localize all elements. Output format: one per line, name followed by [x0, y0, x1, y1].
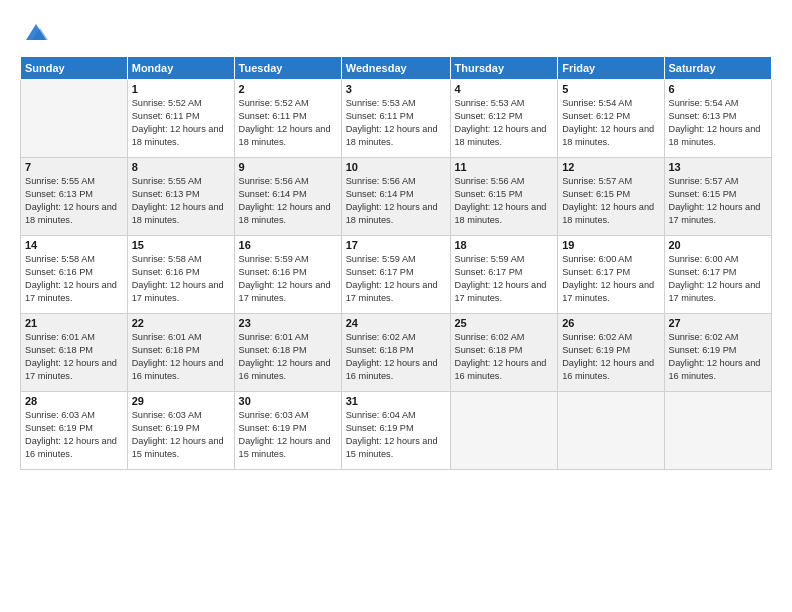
calendar-table: SundayMondayTuesdayWednesdayThursdayFrid…: [20, 56, 772, 470]
calendar-week-row: 21Sunrise: 6:01 AMSunset: 6:18 PMDayligh…: [21, 314, 772, 392]
day-number: 31: [346, 395, 446, 407]
day-number: 7: [25, 161, 123, 173]
day-number: 29: [132, 395, 230, 407]
page: SundayMondayTuesdayWednesdayThursdayFrid…: [0, 0, 792, 612]
day-number: 14: [25, 239, 123, 251]
day-info: Sunrise: 6:04 AMSunset: 6:19 PMDaylight:…: [346, 409, 446, 461]
calendar-week-row: 1Sunrise: 5:52 AMSunset: 6:11 PMDaylight…: [21, 80, 772, 158]
calendar-cell: 26Sunrise: 6:02 AMSunset: 6:19 PMDayligh…: [558, 314, 664, 392]
calendar-cell: [450, 392, 558, 470]
calendar-week-row: 7Sunrise: 5:55 AMSunset: 6:13 PMDaylight…: [21, 158, 772, 236]
day-info: Sunrise: 6:00 AMSunset: 6:17 PMDaylight:…: [669, 253, 768, 305]
logo: [20, 18, 50, 46]
calendar-header-row: SundayMondayTuesdayWednesdayThursdayFrid…: [21, 57, 772, 80]
day-number: 9: [239, 161, 337, 173]
calendar-cell: 13Sunrise: 5:57 AMSunset: 6:15 PMDayligh…: [664, 158, 772, 236]
day-info: Sunrise: 5:55 AMSunset: 6:13 PMDaylight:…: [132, 175, 230, 227]
calendar-cell: 1Sunrise: 5:52 AMSunset: 6:11 PMDaylight…: [127, 80, 234, 158]
day-number: 1: [132, 83, 230, 95]
calendar-cell: 8Sunrise: 5:55 AMSunset: 6:13 PMDaylight…: [127, 158, 234, 236]
calendar-header-sunday: Sunday: [21, 57, 128, 80]
logo-icon: [22, 18, 50, 46]
day-info: Sunrise: 6:01 AMSunset: 6:18 PMDaylight:…: [132, 331, 230, 383]
day-number: 3: [346, 83, 446, 95]
day-number: 27: [669, 317, 768, 329]
calendar-cell: 16Sunrise: 5:59 AMSunset: 6:16 PMDayligh…: [234, 236, 341, 314]
calendar-cell: 25Sunrise: 6:02 AMSunset: 6:18 PMDayligh…: [450, 314, 558, 392]
calendar-week-row: 28Sunrise: 6:03 AMSunset: 6:19 PMDayligh…: [21, 392, 772, 470]
day-number: 23: [239, 317, 337, 329]
day-info: Sunrise: 5:56 AMSunset: 6:14 PMDaylight:…: [346, 175, 446, 227]
day-info: Sunrise: 6:02 AMSunset: 6:19 PMDaylight:…: [562, 331, 659, 383]
day-number: 15: [132, 239, 230, 251]
day-info: Sunrise: 6:03 AMSunset: 6:19 PMDaylight:…: [25, 409, 123, 461]
calendar-cell: [664, 392, 772, 470]
day-number: 11: [455, 161, 554, 173]
day-number: 22: [132, 317, 230, 329]
calendar-cell: 18Sunrise: 5:59 AMSunset: 6:17 PMDayligh…: [450, 236, 558, 314]
calendar-cell: 20Sunrise: 6:00 AMSunset: 6:17 PMDayligh…: [664, 236, 772, 314]
calendar-cell: 22Sunrise: 6:01 AMSunset: 6:18 PMDayligh…: [127, 314, 234, 392]
day-number: 19: [562, 239, 659, 251]
calendar-cell: 21Sunrise: 6:01 AMSunset: 6:18 PMDayligh…: [21, 314, 128, 392]
calendar-cell: 14Sunrise: 5:58 AMSunset: 6:16 PMDayligh…: [21, 236, 128, 314]
calendar-header-tuesday: Tuesday: [234, 57, 341, 80]
day-info: Sunrise: 5:57 AMSunset: 6:15 PMDaylight:…: [562, 175, 659, 227]
day-number: 26: [562, 317, 659, 329]
day-info: Sunrise: 5:54 AMSunset: 6:12 PMDaylight:…: [562, 97, 659, 149]
day-info: Sunrise: 5:56 AMSunset: 6:14 PMDaylight:…: [239, 175, 337, 227]
calendar-cell: 5Sunrise: 5:54 AMSunset: 6:12 PMDaylight…: [558, 80, 664, 158]
day-info: Sunrise: 6:02 AMSunset: 6:19 PMDaylight:…: [669, 331, 768, 383]
day-number: 2: [239, 83, 337, 95]
day-info: Sunrise: 5:59 AMSunset: 6:17 PMDaylight:…: [346, 253, 446, 305]
day-info: Sunrise: 6:01 AMSunset: 6:18 PMDaylight:…: [239, 331, 337, 383]
calendar-cell: 4Sunrise: 5:53 AMSunset: 6:12 PMDaylight…: [450, 80, 558, 158]
day-info: Sunrise: 5:54 AMSunset: 6:13 PMDaylight:…: [669, 97, 768, 149]
day-number: 12: [562, 161, 659, 173]
calendar-header-thursday: Thursday: [450, 57, 558, 80]
day-info: Sunrise: 5:59 AMSunset: 6:17 PMDaylight:…: [455, 253, 554, 305]
calendar-cell: 2Sunrise: 5:52 AMSunset: 6:11 PMDaylight…: [234, 80, 341, 158]
day-info: Sunrise: 5:52 AMSunset: 6:11 PMDaylight:…: [132, 97, 230, 149]
calendar-cell: [21, 80, 128, 158]
calendar-cell: 11Sunrise: 5:56 AMSunset: 6:15 PMDayligh…: [450, 158, 558, 236]
day-number: 25: [455, 317, 554, 329]
calendar-cell: 9Sunrise: 5:56 AMSunset: 6:14 PMDaylight…: [234, 158, 341, 236]
day-number: 16: [239, 239, 337, 251]
calendar-cell: 6Sunrise: 5:54 AMSunset: 6:13 PMDaylight…: [664, 80, 772, 158]
calendar-header-friday: Friday: [558, 57, 664, 80]
day-info: Sunrise: 5:52 AMSunset: 6:11 PMDaylight:…: [239, 97, 337, 149]
day-number: 13: [669, 161, 768, 173]
calendar-header-monday: Monday: [127, 57, 234, 80]
day-info: Sunrise: 6:01 AMSunset: 6:18 PMDaylight:…: [25, 331, 123, 383]
calendar-header-saturday: Saturday: [664, 57, 772, 80]
day-info: Sunrise: 5:56 AMSunset: 6:15 PMDaylight:…: [455, 175, 554, 227]
day-number: 28: [25, 395, 123, 407]
calendar-cell: 24Sunrise: 6:02 AMSunset: 6:18 PMDayligh…: [341, 314, 450, 392]
day-number: 20: [669, 239, 768, 251]
calendar-cell: 27Sunrise: 6:02 AMSunset: 6:19 PMDayligh…: [664, 314, 772, 392]
day-info: Sunrise: 5:58 AMSunset: 6:16 PMDaylight:…: [132, 253, 230, 305]
day-info: Sunrise: 6:02 AMSunset: 6:18 PMDaylight:…: [346, 331, 446, 383]
day-number: 17: [346, 239, 446, 251]
calendar-cell: 10Sunrise: 5:56 AMSunset: 6:14 PMDayligh…: [341, 158, 450, 236]
day-number: 24: [346, 317, 446, 329]
calendar-cell: 7Sunrise: 5:55 AMSunset: 6:13 PMDaylight…: [21, 158, 128, 236]
calendar-cell: 23Sunrise: 6:01 AMSunset: 6:18 PMDayligh…: [234, 314, 341, 392]
day-number: 8: [132, 161, 230, 173]
day-info: Sunrise: 6:03 AMSunset: 6:19 PMDaylight:…: [239, 409, 337, 461]
calendar-cell: 3Sunrise: 5:53 AMSunset: 6:11 PMDaylight…: [341, 80, 450, 158]
day-info: Sunrise: 5:59 AMSunset: 6:16 PMDaylight:…: [239, 253, 337, 305]
calendar-week-row: 14Sunrise: 5:58 AMSunset: 6:16 PMDayligh…: [21, 236, 772, 314]
day-number: 30: [239, 395, 337, 407]
calendar-header-wednesday: Wednesday: [341, 57, 450, 80]
day-info: Sunrise: 5:57 AMSunset: 6:15 PMDaylight:…: [669, 175, 768, 227]
day-info: Sunrise: 6:00 AMSunset: 6:17 PMDaylight:…: [562, 253, 659, 305]
day-info: Sunrise: 5:55 AMSunset: 6:13 PMDaylight:…: [25, 175, 123, 227]
day-number: 21: [25, 317, 123, 329]
day-info: Sunrise: 5:58 AMSunset: 6:16 PMDaylight:…: [25, 253, 123, 305]
day-number: 5: [562, 83, 659, 95]
calendar-cell: [558, 392, 664, 470]
day-info: Sunrise: 6:02 AMSunset: 6:18 PMDaylight:…: [455, 331, 554, 383]
calendar-cell: 28Sunrise: 6:03 AMSunset: 6:19 PMDayligh…: [21, 392, 128, 470]
